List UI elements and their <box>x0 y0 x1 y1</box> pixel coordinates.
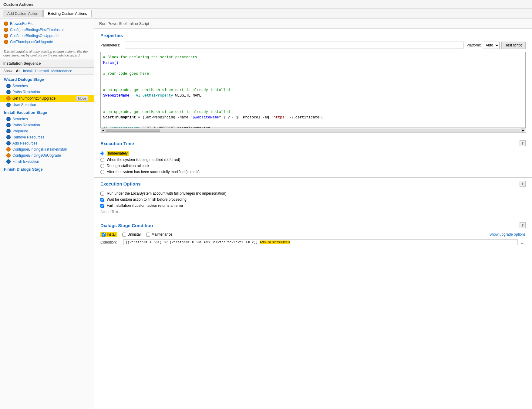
show-uninstall[interactable]: Uninstall <box>35 69 49 73</box>
radio-rollback-input[interactable] <box>100 164 104 168</box>
add-resources-icon <box>6 141 11 145</box>
execution-time-header: Execution Time ⇧ <box>94 137 532 149</box>
show-upgrade-options-link[interactable]: Show upgrade options <box>490 232 526 237</box>
seq-item-remove-resources[interactable]: Remove Resources <box>0 134 94 140</box>
checkbox-localsystem-input[interactable] <box>100 192 104 196</box>
checkbox-waitfinish: Wait for custom action to finish before … <box>100 196 526 203</box>
gear-icon <box>4 40 8 44</box>
uninstall-checkbox-input[interactable] <box>122 233 126 237</box>
condition-dots-button[interactable]: ... <box>520 240 526 245</box>
radio-immediately-input[interactable] <box>100 152 104 155</box>
toolbar-tabs: Add Custom Action Existing Custom Action… <box>0 9 532 19</box>
install-checkbox-label: Install <box>100 232 117 237</box>
seq-item-paths-resolution2[interactable]: Paths Resolution <box>0 122 94 128</box>
condition-value[interactable]: ((VersionNT > 501) OR (VersionNT = 501 A… <box>123 239 518 245</box>
paths-resolution2-icon <box>6 123 11 127</box>
gear-icon <box>4 28 8 32</box>
seq-item-configure-first[interactable]: ConfigureBindingsFirstTimeInstall <box>0 146 94 152</box>
test-script-button[interactable]: Test script <box>501 42 526 49</box>
show-maintenance[interactable]: Maintenance <box>51 69 72 73</box>
platform-select[interactable]: Auto x86 x64 <box>483 42 500 49</box>
seq-item-configure-upgrade[interactable]: ConfigureBindingsOnUpgrade <box>0 152 94 158</box>
seq-item-label: GetThumbprintOnUpgrade <box>12 96 56 101</box>
installation-sequence-title: Installation Sequence <box>3 61 41 66</box>
seq-item-preparing[interactable]: Preparing <box>0 128 94 134</box>
list-item-label: ConfigureBindingsFirstTimeInstall <box>10 28 64 32</box>
radio-deferred: When the system is being modified (defer… <box>100 157 526 163</box>
code-line-2: Param() <box>103 60 523 66</box>
app-window: Custom Actions Add Custom Action Existin… <box>0 0 532 409</box>
seq-item-label: Searches <box>12 84 28 88</box>
list-item-browse-for-file[interactable]: BrowseForFile <box>0 21 94 27</box>
radio-commit: After the system has been successfully m… <box>100 169 526 175</box>
code-line-7: # on upgrade, get certHash since cert is… <box>103 87 523 93</box>
code-line-5 <box>103 77 523 82</box>
gear-icon <box>4 22 8 26</box>
scroll-left-arrow[interactable]: ◀ <box>101 128 105 132</box>
dialogs-stage-condition-header: Dialogs Stage Condition ⇧ <box>94 219 532 231</box>
radio-commit-input[interactable] <box>100 170 104 174</box>
tab-add-custom-action[interactable]: Add Custom Action <box>3 10 43 17</box>
install-checkbox-input[interactable] <box>102 233 106 237</box>
execution-time-title: Execution Time <box>100 141 520 146</box>
properties-title: Properties <box>100 33 526 38</box>
execution-time-collapse-btn[interactable]: ⇧ <box>520 140 526 146</box>
seq-item-searches[interactable]: Searches <box>0 83 94 89</box>
params-label: Parameters: <box>100 43 122 47</box>
tab-existing-custom-actions[interactable]: Existing Custom Actions <box>43 10 92 17</box>
paths-resolution-icon <box>6 90 11 94</box>
seq-item-label: User Selection <box>12 103 36 107</box>
dialogs-checkboxes-row: Install Uninstall Maintenance Show upgra… <box>100 231 526 238</box>
action-text-link[interactable]: Action Text... <box>100 209 526 215</box>
list-item-configure-bindings-first[interactable]: ConfigureBindingsFirstTimeInstall <box>0 27 94 33</box>
execution-options-collapse-btn[interactable]: ⇧ <box>520 181 526 187</box>
radio-immediately-label: Immediately <box>107 151 129 156</box>
radio-deferred-input[interactable] <box>100 158 104 162</box>
install-execution-stage: Install Execution Stage Searches Paths R… <box>0 108 94 165</box>
left-panel: BrowseForFile ConfigureBindingsFirstTime… <box>0 19 94 409</box>
list-item-get-thumbprint[interactable]: GetThumbprintOnUpgrade <box>0 39 94 45</box>
wizard-dialogs-stage-title: Wizard Dialogs Stage <box>0 75 94 83</box>
list-item-configure-bindings-upgrade[interactable]: ConfigureBindingsOnUpgrade <box>0 33 94 39</box>
seq-item-paths-resolution[interactable]: Paths Resolution <box>0 89 94 95</box>
maintenance-checkbox-input[interactable] <box>146 233 150 237</box>
list-note-text: This list contains already existing cust… <box>3 50 88 57</box>
checkbox-waitfinish-input[interactable] <box>100 198 104 202</box>
show-install[interactable]: Install <box>23 69 32 73</box>
seq-item-searches2[interactable]: Searches <box>0 116 94 122</box>
show-all[interactable]: All <box>16 69 20 73</box>
code-line-13 <box>103 120 523 126</box>
radio-commit-label: After the system has been successfully m… <box>107 170 200 174</box>
seq-item-label: Remove Resources <box>12 135 44 139</box>
seq-item-label: Preparing <box>12 129 28 133</box>
execution-time-radio-group: Immediately When the system is being mod… <box>94 149 532 177</box>
uninstall-checkbox-label: Uninstall <box>122 232 141 237</box>
seq-item-label: ConfigureBindingsFirstTimeInstall <box>12 147 67 152</box>
condition-label: Condition: <box>100 240 122 244</box>
seq-item-get-thumbprint-upgrade[interactable]: GetThumbprintOnUpgrade Move <box>0 95 94 102</box>
get-thumbprint-icon <box>6 96 11 101</box>
platform-row: Platform: Auto x86 x64 Test script <box>466 42 526 49</box>
window-title: Custom Actions <box>3 2 33 7</box>
code-scroll-bar: ◀ ▶ <box>100 128 526 133</box>
execution-options-body: Run under the LocalSystem account with f… <box>94 189 532 219</box>
seq-item-add-resources[interactable]: Add Resources <box>0 140 94 146</box>
params-input[interactable] <box>125 42 463 49</box>
finish-execution-icon <box>6 159 11 164</box>
scroll-thumb[interactable] <box>106 129 160 132</box>
list-item-label: BrowseForFile <box>10 22 33 26</box>
seq-item-label: Paths Resolution <box>12 123 40 127</box>
list-note: This list contains already existing cust… <box>0 47 94 60</box>
wizard-dialogs-stage: Wizard Dialogs Stage Searches Paths Reso… <box>0 75 94 108</box>
checkbox-failonerror-input[interactable] <box>100 204 104 208</box>
scroll-right-arrow[interactable]: ▶ <box>521 128 525 132</box>
dialogs-stage-condition-section: Dialogs Stage Condition ⇧ Install Uninst… <box>94 219 532 250</box>
seq-item-finish-execution[interactable]: Finish Execution <box>0 158 94 165</box>
dialogs-stage-condition-collapse-btn[interactable]: ⇧ <box>520 222 526 228</box>
code-editor[interactable]: # Block for declaring the script paramet… <box>100 52 526 128</box>
radio-rollback-label: During installation rollback <box>107 164 149 168</box>
finish-dialogs-stage-title: Finish Dialogs Stage <box>0 165 94 173</box>
searches-icon <box>6 84 11 88</box>
seq-item-user-selection[interactable]: User Selection <box>0 102 94 108</box>
user-selection-icon <box>6 103 11 107</box>
